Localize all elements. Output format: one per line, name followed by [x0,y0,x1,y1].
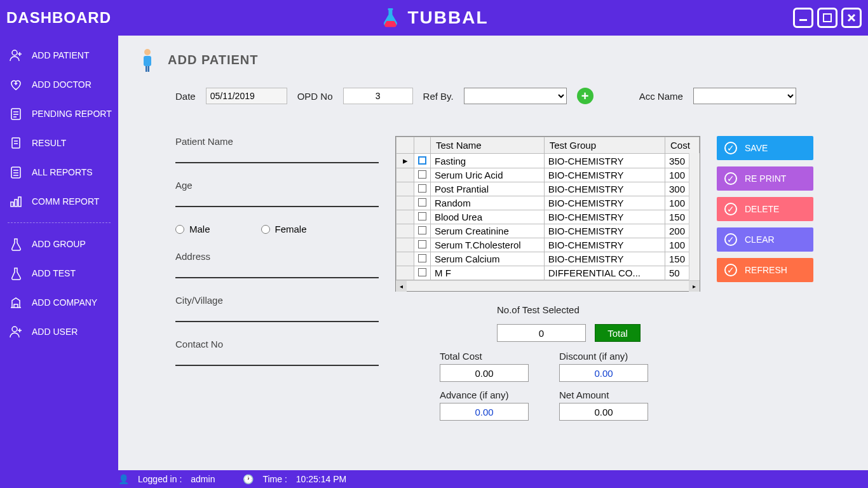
sidebar-item-add-user[interactable]: ADD USER [0,317,118,346]
discount-label: Discount (if any) [559,351,661,362]
sidebar-divider [8,222,111,223]
sidebar-item-add-group[interactable]: ADD GROUP [0,229,118,259]
table-row[interactable]: M FDIFFERENTIAL CO...50 [397,266,700,280]
refby-select[interactable] [464,88,567,104]
clock-icon: 🕐 [243,474,254,484]
sidebar-item-label: ADD PATIENT [32,50,90,60]
minimize-button[interactable] [793,8,813,28]
delete-button[interactable]: ✓DELETE [717,197,813,221]
city-input[interactable] [175,309,379,322]
date-input[interactable] [206,88,287,104]
table-row[interactable]: Serum Uric AcidBIO-CHEMISTRY100 [397,168,700,182]
user-plus-icon [9,325,23,339]
sidebar-item-add-doctor[interactable]: ADD DOCTOR [0,70,118,99]
sidebar-item-comm-report[interactable]: COMM REPORT [0,187,118,216]
svg-rect-2 [824,14,831,22]
refby-label: Ref By. [423,91,454,102]
sidebar-item-label: ALL REPORTS [32,167,93,177]
netamount-label: Net Amount [559,390,661,400]
maximize-button[interactable] [817,8,837,28]
svg-rect-9 [18,197,21,207]
sidebar-item-label: RESULT [32,138,66,148]
document-icon [9,136,23,150]
sidebar-item-label: ADD DOCTOR [32,79,92,90]
table-row[interactable]: ▸FastingBIO-CHEMISTRY350 [397,154,700,168]
time-label: Time : [262,474,287,484]
flask-icon [9,237,23,251]
col-test-name[interactable]: Test Name [431,137,545,154]
advance-label: Advance (if any) [440,390,541,400]
male-radio[interactable]: Male [175,224,210,234]
person-plus-icon [9,48,23,62]
sidebar-item-label: ADD TEST [32,268,76,278]
col-test-group[interactable]: Test Group [544,137,665,154]
svg-rect-13 [146,66,147,72]
total-button[interactable]: Total [595,324,641,342]
opd-label: OPD No [297,91,333,102]
numtest-label: No.of Test Selected [497,304,580,315]
svg-rect-5 [12,138,20,148]
check-icon: ✓ [724,142,737,154]
close-button[interactable] [841,8,862,28]
contact-input[interactable] [175,353,379,366]
clear-button[interactable]: ✓CLEAR [717,227,813,252]
svg-point-10 [12,327,17,332]
grid-scrollbar-horizontal[interactable]: ◂ ▸ [396,280,700,291]
table-row[interactable]: Serum CreatinineBIO-CHEMISTRY200 [397,224,700,238]
age-input[interactable] [175,194,379,207]
date-label: Date [175,91,196,102]
accname-label: Acc Name [639,91,683,102]
building-icon [9,295,23,309]
grid-scrollbar-vertical[interactable] [689,153,700,281]
accname-select[interactable] [693,88,796,104]
sidebar-item-label: ADD USER [32,327,78,337]
female-radio[interactable]: Female [261,224,307,234]
sidebar-item-label: COMM REPORT [32,196,99,207]
window-controls [793,8,862,28]
sidebar-item-add-test[interactable]: ADD TEST [0,259,118,288]
save-button[interactable]: ✓SAVE [717,136,813,160]
dashboard-title: DASHBOARD [6,9,111,27]
opd-input[interactable] [343,88,413,104]
check-icon: ✓ [724,172,737,185]
tests-grid[interactable]: Test Name Test Group Cost ▸FastingBIO-CH… [395,136,700,292]
sidebar-item-all-reports[interactable]: ALL REPORTS [0,158,118,187]
sidebar-item-pending-report[interactable]: PENDING REPORT [0,99,118,128]
content-area: ADD PATIENT Date OPD No Ref By. + Acc Na… [118,36,868,470]
sidebar-item-add-company[interactable]: ADD COMPANY [0,288,118,317]
sidebar-item-result[interactable]: RESULT [0,128,118,158]
male-label: Male [189,224,210,234]
sidebar: ADD PATIENT ADD DOCTOR PENDING REPORT RE… [0,36,118,470]
table-row[interactable]: Blood UreaBIO-CHEMISTRY150 [397,210,700,224]
reprint-button[interactable]: ✓RE PRINT [717,166,813,191]
statusbar: 👤 Logged in : admin 🕐 Time : 10:25:14 PM [0,470,868,488]
svg-point-3 [12,50,17,55]
refresh-button[interactable]: ✓REFRESH [717,258,813,282]
app-branding: TUBBAL [379,7,488,29]
female-label: Female [275,224,307,234]
patient-name-input[interactable] [175,151,379,163]
flask-icon [379,7,401,29]
patient-name-label: Patient Name [175,136,379,147]
table-row[interactable]: Serum CalciumBIO-CHEMISTRY150 [397,252,700,266]
sidebar-item-add-patient[interactable]: ADD PATIENT [0,41,118,70]
discount-input[interactable] [559,364,648,382]
table-row[interactable]: Post PrantialBIO-CHEMISTRY300 [397,182,700,196]
svg-point-11 [144,49,151,55]
svg-rect-7 [11,202,13,207]
table-row[interactable]: Serum T.CholesterolBIO-CHEMISTRY100 [397,238,700,252]
numtest-input[interactable] [497,324,586,342]
svg-rect-1 [799,19,807,21]
netamount-input [559,403,648,421]
table-row[interactable]: RandomBIO-CHEMISTRY100 [397,196,700,210]
totalcost-label: Total Cost [440,351,541,362]
check-icon: ✓ [724,233,737,246]
svg-rect-8 [15,200,17,207]
logged-in-label: Logged in : [138,474,182,484]
add-refby-button[interactable]: + [577,88,593,104]
advance-input[interactable] [440,403,529,421]
app-name: TUBBAL [407,8,488,28]
address-label: Address [175,251,379,262]
col-cost[interactable]: Cost [665,137,700,154]
address-input[interactable] [175,266,379,278]
